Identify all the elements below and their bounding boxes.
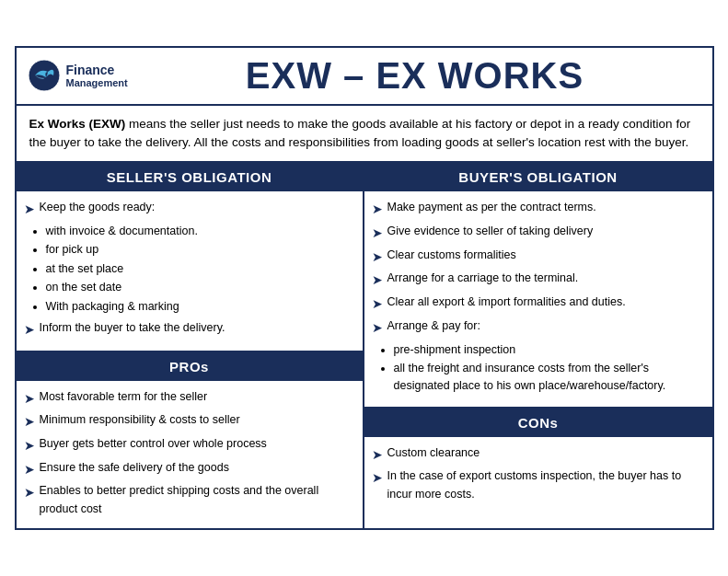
buyer-item-6: ➤ Arrange & pay for: <box>372 317 703 339</box>
pros-header: PROs <box>17 351 363 381</box>
header: Finance Management EXW – EX WORKS <box>17 48 712 106</box>
arrow-icon-b2: ➤ <box>372 224 383 244</box>
seller-item-1-text: Keep the goods ready: <box>40 199 353 216</box>
logo-area: Finance Management <box>28 59 129 92</box>
buyer-obligation-header: BUYER'S OBLIGATION <box>364 163 712 191</box>
pro-item-4: ➤ Ensure the safe delivery of the goods <box>24 459 353 480</box>
pro-item-3-text: Buyer gets better control over whole pro… <box>40 435 353 453</box>
col-left: SELLER'S OBLIGATION ➤ Keep the goods rea… <box>17 163 364 528</box>
buyer-sublist-6: pre-shipment inspection all the freight … <box>372 341 703 396</box>
buyer-item-1: ➤ Make payment as per the contract terms… <box>372 199 703 220</box>
arrow-icon-pro-2: ➤ <box>24 412 35 432</box>
arrow-icon-pro-1: ➤ <box>24 389 35 409</box>
logo-text: Finance Management <box>66 63 128 89</box>
list-item: With packaging & marking <box>46 298 353 316</box>
list-item: with invoice & documentation. <box>46 223 353 240</box>
con-item-1-text: Custom clearance <box>387 444 703 462</box>
arrow-icon-b5: ➤ <box>372 294 383 315</box>
pro-item-5: ➤ Enables to better predict shipping cos… <box>24 482 353 518</box>
arrow-icon-b6: ➤ <box>372 318 383 339</box>
seller-obligation-content: ➤ Keep the goods ready: with invoice & d… <box>17 191 363 350</box>
arrow-icon-1: ➤ <box>24 200 35 220</box>
arrow-icon-pro-4: ➤ <box>24 460 35 480</box>
seller-obligation-header: SELLER'S OBLIGATION <box>17 163 363 191</box>
pro-item-1-text: Most favorable term for the seller <box>40 388 353 406</box>
pro-item-1: ➤ Most favorable term for the seller <box>24 388 353 409</box>
page-title: EXW – EX WORKS <box>129 55 701 97</box>
pro-item-4-text: Ensure the safe delivery of the goods <box>40 459 353 477</box>
buyer-item-3: ➤ Clear customs formalities <box>372 247 703 268</box>
buyer-item-3-text: Clear customs formalities <box>387 247 703 264</box>
logo-finance: Finance <box>66 63 128 77</box>
logo-icon <box>28 59 61 92</box>
con-item-2: ➤ In the case of export customs inspecti… <box>372 467 703 503</box>
main-card: Finance Management EXW – EX WORKS Ex Wor… <box>15 46 714 530</box>
buyer-obligation-content: ➤ Make payment as per the contract terms… <box>364 191 712 406</box>
con-item-1: ➤ Custom clearance <box>372 444 703 466</box>
arrow-icon-2: ➤ <box>24 320 35 340</box>
buyer-item-4: ➤ Arrange for a carriage to the terminal… <box>372 270 703 291</box>
pro-item-5-text: Enables to better predict shipping costs… <box>40 482 353 518</box>
arrow-icon-b4: ➤ <box>372 271 383 291</box>
arrow-icon-pro-3: ➤ <box>24 436 35 456</box>
arrow-icon-c2: ➤ <box>372 468 383 489</box>
buyer-item-2-text: Give evidence to seller of taking delive… <box>387 223 703 240</box>
con-item-2-text: In the case of export customs inspection… <box>387 467 703 503</box>
description-text: means the seller just needs to make the … <box>29 117 691 149</box>
pro-item-2-text: Minimum responsibility & costs to seller <box>40 411 353 429</box>
logo-management: Management <box>66 77 128 89</box>
seller-item-2-text: Inform the buyer to take the delivery. <box>40 319 353 337</box>
buyer-item-5-text: Clear all export & import formalities an… <box>387 294 703 311</box>
list-item: on the set date <box>46 279 353 296</box>
pros-content: ➤ Most favorable term for the seller ➤ M… <box>17 381 363 529</box>
seller-item-1: ➤ Keep the goods ready: <box>24 199 353 220</box>
pro-item-2: ➤ Minimum responsibility & costs to sell… <box>24 411 353 432</box>
buyer-item-1-text: Make payment as per the contract terms. <box>387 199 703 216</box>
arrow-icon-pro-5: ➤ <box>24 483 35 503</box>
buyer-item-6-text: Arrange & pay for: <box>387 317 703 335</box>
description: Ex Works (EXW) means the seller just nee… <box>17 106 712 164</box>
buyer-item-5: ➤ Clear all export & import formalities … <box>372 294 703 315</box>
cons-header: CONs <box>364 407 712 437</box>
arrow-icon-b1: ➤ <box>372 200 383 220</box>
list-item: all the freight and insurance costs from… <box>394 360 703 396</box>
list-item: for pick up <box>46 241 353 259</box>
description-bold: Ex Works (EXW) <box>29 117 126 131</box>
arrow-icon-b3: ➤ <box>372 248 383 268</box>
seller-item-2: ➤ Inform the buyer to take the delivery. <box>24 319 353 340</box>
cons-content: ➤ Custom clearance ➤ In the case of expo… <box>364 437 712 529</box>
seller-sublist-1: with invoice & documentation. for pick u… <box>24 223 353 316</box>
buyer-item-4-text: Arrange for a carriage to the terminal. <box>387 270 703 287</box>
buyer-item-2: ➤ Give evidence to seller of taking deli… <box>372 223 703 244</box>
arrow-icon-c1: ➤ <box>372 445 383 466</box>
list-item: at the set place <box>46 260 353 278</box>
list-item: pre-shipment inspection <box>394 341 703 359</box>
pro-item-3: ➤ Buyer gets better control over whole p… <box>24 435 353 456</box>
col-right: BUYER'S OBLIGATION ➤ Make payment as per… <box>364 163 712 528</box>
main-columns: SELLER'S OBLIGATION ➤ Keep the goods rea… <box>17 163 712 528</box>
